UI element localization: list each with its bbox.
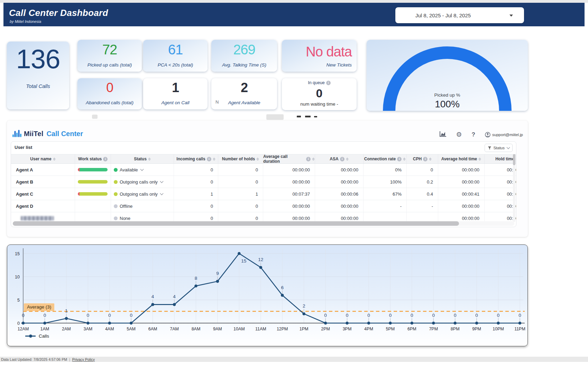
cell-conn_rate: 67% bbox=[364, 188, 407, 200]
info-icon[interactable]: i bbox=[340, 157, 344, 161]
column-header-connection-rate[interactable]: Connection ratei bbox=[364, 154, 407, 163]
column-header-status[interactable]: Status bbox=[111, 154, 174, 163]
page-subtitle: by Miitel Indonesia bbox=[10, 19, 41, 24]
date-range-picker[interactable]: Jul 8, 2025 - Jul 8, 2025 bbox=[395, 7, 524, 23]
sort-icon[interactable] bbox=[478, 158, 481, 161]
gauge-value: 100% bbox=[367, 99, 528, 110]
table-row: Agent BOutgoing calls only0000:00:0000:0… bbox=[11, 176, 516, 188]
privacy-policy-link[interactable]: Privacy Policy bbox=[72, 357, 95, 362]
sort-icon[interactable] bbox=[148, 158, 151, 161]
svg-text:0: 0 bbox=[22, 313, 25, 318]
clipped-text-artifact: N bbox=[215, 99, 219, 105]
gauge-label: Picked up % bbox=[367, 92, 528, 98]
help-icon[interactable]: ? bbox=[472, 132, 475, 137]
svg-text:3AM: 3AM bbox=[83, 327, 92, 331]
cell-hold: 00:00:00 bbox=[485, 164, 516, 176]
kpi-value: 61 bbox=[148, 42, 203, 57]
sort-icon[interactable] bbox=[53, 158, 56, 161]
cell-work-status bbox=[75, 164, 111, 176]
cell-user-name: Agent A bbox=[11, 164, 75, 176]
cell-avg_call: 00:00:00 bbox=[263, 176, 315, 188]
kpi-value: 269 bbox=[216, 42, 272, 57]
cell-incoming: 0 bbox=[174, 176, 218, 188]
svg-text:8AM: 8AM bbox=[192, 327, 201, 331]
sort-icon[interactable] bbox=[346, 158, 349, 161]
table-row: Agent AAvailable0000:00:0000:00:000%000:… bbox=[11, 164, 516, 176]
column-label: Number of holds bbox=[222, 157, 255, 161]
svg-text:10PM: 10PM bbox=[493, 327, 504, 331]
clipped-text-artifact bbox=[305, 116, 311, 117]
kpi-avg-talking-time: 269 Avg. Talking Time (S) bbox=[211, 40, 277, 72]
sort-icon[interactable] bbox=[312, 158, 315, 161]
gauge-picked-up-card: Picked up % 100% bbox=[367, 40, 528, 111]
cell-avg_call: 00:07:37 bbox=[263, 188, 315, 200]
sort-icon[interactable] bbox=[403, 158, 406, 161]
cell-holds: 1 bbox=[218, 188, 263, 200]
info-icon[interactable]: i bbox=[423, 157, 428, 161]
cell-asa: 00:00:00 bbox=[315, 164, 364, 176]
info-icon[interactable]: i bbox=[207, 157, 211, 161]
cell-asa: 00:00:00 bbox=[315, 200, 364, 212]
svg-text:6PM: 6PM bbox=[407, 327, 416, 331]
product-name: Call Center bbox=[46, 130, 83, 138]
chevron-down-icon[interactable] bbox=[160, 180, 163, 183]
info-icon[interactable]: i bbox=[326, 81, 331, 85]
sort-icon[interactable] bbox=[256, 158, 259, 161]
svg-text:0: 0 bbox=[411, 313, 413, 318]
kpi-label: Avg. Talking Time (S) bbox=[216, 62, 272, 68]
cell-user-name: Agent D bbox=[11, 200, 75, 212]
svg-text:1AM: 1AM bbox=[40, 327, 49, 331]
column-header-cph[interactable]: CPHi bbox=[407, 154, 438, 163]
info-icon[interactable]: i bbox=[306, 157, 311, 161]
column-header-asa[interactable]: ASAi bbox=[315, 154, 364, 163]
account-icon bbox=[485, 132, 490, 137]
chevron-down-icon[interactable] bbox=[140, 168, 144, 171]
sort-icon[interactable] bbox=[516, 158, 516, 161]
scrollbar-thumb[interactable] bbox=[513, 154, 515, 165]
column-header-average-call-duration[interactable]: Average call durationi bbox=[263, 154, 315, 163]
kpi-total-calls: 136 Total Calls bbox=[7, 42, 69, 109]
chart-legend: Calls bbox=[25, 333, 49, 339]
sort-icon[interactable] bbox=[213, 158, 215, 161]
gear-icon[interactable]: ⚙ bbox=[456, 131, 462, 138]
svg-text:4: 4 bbox=[151, 294, 154, 299]
svg-text:0: 0 bbox=[130, 313, 132, 318]
status-label: Offline bbox=[120, 204, 132, 209]
status-dot bbox=[114, 180, 118, 184]
chevron-down-icon bbox=[509, 15, 513, 17]
svg-text:4AM: 4AM bbox=[105, 327, 114, 331]
column-header-work-status[interactable]: Work statusi bbox=[75, 154, 111, 163]
svg-text:7PM: 7PM bbox=[429, 327, 438, 331]
cell-incoming: 0 bbox=[174, 164, 218, 176]
scrollbar-thumb[interactable] bbox=[13, 221, 459, 226]
footer-separator: | bbox=[69, 357, 70, 362]
miitel-logo: MiiTel Call Center bbox=[12, 130, 83, 138]
info-icon[interactable]: i bbox=[103, 157, 108, 161]
footer-bar: Data Last Updated: 7/8/2025 4:57:06 PM |… bbox=[0, 357, 588, 362]
bar-chart-logo-icon bbox=[12, 130, 21, 138]
svg-text:12AM: 12AM bbox=[18, 327, 29, 331]
svg-text:15: 15 bbox=[241, 258, 246, 264]
column-header-hold-time[interactable]: Hold time bbox=[485, 154, 516, 163]
column-header-incoming-calls[interactable]: Incoming callsi bbox=[174, 154, 218, 163]
cell-avg_hold: 00:00:00 bbox=[438, 176, 485, 188]
status-filter-button[interactable]: Status bbox=[485, 144, 513, 152]
column-header-average-hold-time[interactable]: Average hold time bbox=[438, 154, 485, 163]
svg-text:10AM: 10AM bbox=[233, 327, 245, 331]
sort-icon[interactable] bbox=[429, 158, 432, 161]
column-header-number-of-holds[interactable]: Number of holds bbox=[218, 154, 263, 163]
legend-line-marker bbox=[25, 336, 36, 337]
column-header-user-name[interactable]: User name bbox=[11, 154, 75, 163]
area-chart-icon[interactable] bbox=[440, 131, 447, 138]
horizontal-scrollbar[interactable] bbox=[13, 221, 514, 226]
kpi-value: No data bbox=[306, 42, 352, 60]
cell-conn_rate: - bbox=[364, 200, 407, 212]
svg-text:12PM: 12PM bbox=[277, 327, 288, 331]
svg-text:2AM: 2AM bbox=[62, 327, 71, 331]
status-dot bbox=[114, 192, 118, 196]
svg-text:0: 0 bbox=[367, 313, 370, 318]
chevron-down-icon[interactable] bbox=[160, 192, 163, 195]
info-icon[interactable]: i bbox=[397, 157, 402, 161]
vertical-scrollbar[interactable] bbox=[513, 154, 515, 222]
account-menu[interactable]: support@miitel.jp bbox=[485, 132, 523, 137]
